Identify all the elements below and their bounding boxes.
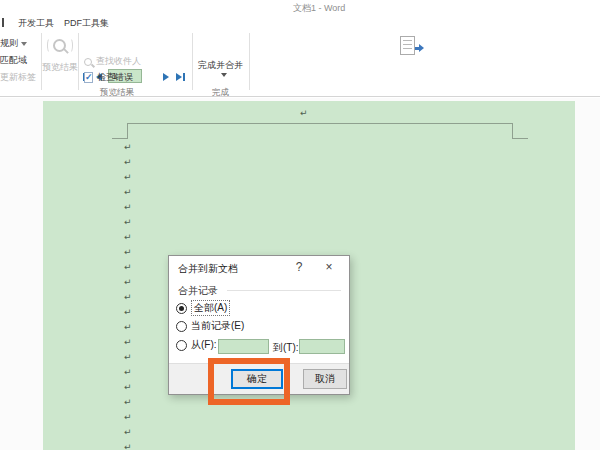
paragraph-mark: ↵ <box>124 173 132 182</box>
radio-from-to[interactable]: 从(F): <box>176 338 217 352</box>
rules-button[interactable]: 规则 <box>0 37 27 50</box>
frame-border-line <box>127 123 128 139</box>
paragraph-mark: ↵ <box>124 338 132 347</box>
paragraph-mark: ↵ <box>124 218 132 227</box>
paragraph-mark: ↵ <box>124 383 132 392</box>
page-check-icon <box>84 72 93 83</box>
group-separator <box>249 33 250 90</box>
magnifier-icon <box>47 37 73 55</box>
paragraph-marks-column: ↵↵↵↵↵↵↵↵↵↵↵↵↵↵↵↵↵↵↵↵↵ <box>124 143 136 450</box>
paragraph-mark: ↵ <box>124 323 132 332</box>
ribbon: 规则 匹配域 更新标签 预览结果 查找收件人 检查错误 预览结果 <box>0 31 600 97</box>
paragraph-mark: ↵ <box>124 203 132 212</box>
finish-merge-button[interactable]: 完成并合并 <box>193 31 248 87</box>
radio-selected-icon <box>176 303 187 314</box>
dialog-title: 合并到新文档 <box>178 262 238 276</box>
group-separator <box>78 33 79 90</box>
paragraph-mark: ↵ <box>124 263 132 272</box>
paragraph-mark: ↵ <box>124 233 132 242</box>
preview-results-button[interactable]: 预览结果 <box>42 35 78 74</box>
paragraph-mark: ↵ <box>124 413 132 422</box>
magnifier-icon <box>84 58 92 66</box>
paragraph-mark: ↵ <box>124 293 132 302</box>
paragraph-mark: ↵ <box>124 248 132 257</box>
update-labels-button[interactable]: 更新标签 <box>0 71 36 84</box>
title-bar: 文档1 - Word <box>0 0 600 14</box>
word-window: 文档1 - Word 开发工具 PDF工具集 规则 匹配域 更新标签 预览结果 … <box>0 0 600 450</box>
right-triangle-icon <box>163 73 169 81</box>
paragraph-mark: ↵ <box>124 188 132 197</box>
match-fields-button[interactable]: 匹配域 <box>0 54 27 67</box>
frame-border-line <box>127 123 512 124</box>
paragraph-mark: ↵ <box>124 398 132 407</box>
radio-all-records[interactable]: 全部(A) <box>176 300 230 316</box>
paragraph-mark: ↵ <box>124 143 132 152</box>
ribbon-tab-row: 开发工具 PDF工具集 <box>0 14 600 31</box>
radio-icon <box>176 340 187 351</box>
paragraph-mark: ↵ <box>124 308 132 317</box>
paragraph-mark: ↵ <box>124 428 132 437</box>
radio-current-record[interactable]: 当前记录(E) <box>176 319 244 333</box>
chevron-down-icon <box>221 73 227 77</box>
paragraph-mark: ↵ <box>124 278 132 287</box>
right-triangle-bar-icon <box>176 73 182 81</box>
paragraph-mark: ↵ <box>124 158 132 167</box>
group-divider <box>227 290 341 291</box>
radio-icon <box>176 321 187 332</box>
paragraph-mark: ↵ <box>124 368 132 377</box>
dialog-title-bar[interactable]: 合并到新文档 ? × <box>169 256 349 280</box>
check-errors-button[interactable]: 检查错误 <box>84 71 133 84</box>
merge-to-new-document-dialog: 合并到新文档 ? × 合并记录 全部(A) 当前记录(E) 从(F): 到(T)… <box>168 255 350 395</box>
frame-border-line <box>112 138 127 139</box>
paragraph-mark: ↵ <box>124 353 132 362</box>
dialog-button-strip: 确定 取消 <box>169 363 349 394</box>
tab-pdf-toolset[interactable]: PDF工具集 <box>64 17 109 30</box>
tab-developer-tools[interactable]: 开发工具 <box>18 17 54 30</box>
close-icon[interactable]: × <box>321 260 337 274</box>
ok-button[interactable]: 确定 <box>231 369 283 389</box>
find-recipient-button[interactable]: 查找收件人 <box>84 55 141 68</box>
frame-border-line <box>512 123 513 139</box>
to-label: 到(T): <box>273 341 299 355</box>
chevron-down-icon <box>21 42 27 46</box>
next-record-button[interactable] <box>163 72 169 82</box>
last-record-button[interactable] <box>176 72 185 82</box>
paragraph-mark: ↵ <box>124 443 132 450</box>
frame-border-line <box>512 138 528 139</box>
paragraph-mark: ↵ <box>300 109 308 118</box>
merge-records-group-label: 合并记录 <box>178 284 218 298</box>
cancel-button[interactable]: 取消 <box>303 369 347 389</box>
document-arrow-icon <box>400 36 415 55</box>
tab-fragment <box>2 18 4 27</box>
help-button[interactable]: ? <box>291 260 307 274</box>
to-record-input[interactable] <box>299 339 345 354</box>
from-record-input[interactable] <box>218 339 269 354</box>
